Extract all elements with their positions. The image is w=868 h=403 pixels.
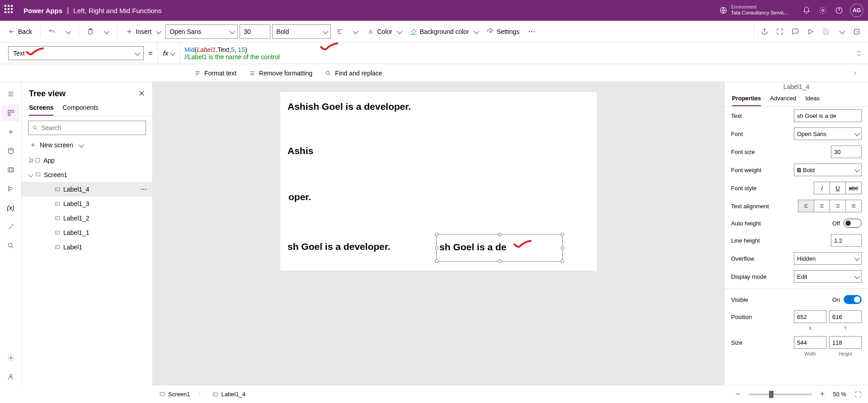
font-size-input[interactable]: 30 <box>240 24 270 39</box>
prop-position-x[interactable] <box>794 310 826 323</box>
tree-node-label[interactable]: Label1_4 ⋯ <box>22 182 152 197</box>
prop-text-input[interactable] <box>794 109 862 122</box>
canvas-label-3[interactable]: oper. <box>288 192 311 202</box>
align-dropdown[interactable] <box>348 25 362 38</box>
zoom-out-button[interactable]: − <box>736 389 741 399</box>
tree-node-label[interactable]: Label1_1 <box>22 225 152 240</box>
environment-picker[interactable]: Environment Tata Consultancy Servic… <box>731 5 789 16</box>
bgcolor-button[interactable]: Background color <box>406 26 481 37</box>
tree-view-icon[interactable] <box>2 105 20 121</box>
tab-properties[interactable]: Properties <box>732 95 761 106</box>
formula-input[interactable]: Mid(Label1.Text,5, 15) //Label1 is the n… <box>180 42 850 64</box>
data-rail-icon[interactable] <box>2 143 20 159</box>
prop-overflow-dropdown[interactable]: Hidden <box>794 252 862 265</box>
prop-fontweight-dropdown[interactable]: B Bold <box>794 164 862 176</box>
flows-rail-icon[interactable] <box>2 181 20 197</box>
property-selector[interactable]: Text <box>8 46 144 60</box>
italic-button[interactable]: I <box>814 182 830 194</box>
prop-visible-toggle[interactable] <box>844 295 862 304</box>
comments-button[interactable] <box>788 25 802 38</box>
format-text-button[interactable]: Format text <box>194 70 236 77</box>
tree-node-label[interactable]: Label1_2 <box>22 211 152 225</box>
paste-dropdown[interactable] <box>99 25 113 38</box>
prop-lineheight-label: Line height <box>731 237 760 244</box>
node-more-icon[interactable]: ⋯ <box>141 186 147 193</box>
publish-button[interactable] <box>850 25 863 38</box>
help-button[interactable] <box>831 2 847 19</box>
align-button[interactable] <box>333 25 346 38</box>
ask-rail-icon[interactable] <box>2 369 20 385</box>
canvas-selected-label[interactable]: sh Goel is a de <box>436 234 563 262</box>
app-launcher-icon[interactable] <box>5 5 15 16</box>
align-right-button[interactable] <box>830 200 846 212</box>
breadcrumb-screen[interactable]: Screen1 <box>159 391 190 398</box>
align-center-button[interactable] <box>814 200 830 212</box>
prop-fontsize-input[interactable] <box>831 145 862 158</box>
canvas-label-1[interactable]: Ashish Goel is a developer. <box>288 101 411 112</box>
canvas-area[interactable]: Ashish Goel is a developer. Ashis oper. … <box>153 82 724 385</box>
app-checker-button[interactable] <box>773 25 787 38</box>
share-button[interactable] <box>758 25 771 38</box>
insert-button[interactable]: Insert <box>122 26 164 37</box>
canvas-label-4[interactable]: sh Goel is a developer. <box>288 241 391 252</box>
settings-rail-icon[interactable] <box>2 350 20 366</box>
prop-lineheight-input[interactable] <box>831 234 862 247</box>
tree-node-label[interactable]: Label1_3 <box>22 197 152 211</box>
zoom-slider[interactable] <box>749 394 812 395</box>
hamburger-icon[interactable] <box>2 86 20 102</box>
zoom-in-button[interactable]: + <box>820 389 825 399</box>
insert-rail-icon[interactable] <box>2 124 20 140</box>
strikethrough-button[interactable]: abc <box>845 182 862 194</box>
color-button[interactable]: Color <box>363 26 404 37</box>
design-canvas[interactable]: Ashish Goel is a developer. Ashis oper. … <box>280 92 597 271</box>
paste-button[interactable] <box>84 25 97 38</box>
fx-button[interactable]: fx <box>157 42 180 64</box>
media-rail-icon[interactable] <box>2 162 20 178</box>
save-dropdown[interactable] <box>835 25 848 38</box>
find-replace-button[interactable]: Find and replace <box>325 70 382 77</box>
prop-autoheight-toggle[interactable] <box>844 219 862 228</box>
tab-screens[interactable]: Screens <box>29 104 53 116</box>
align-left-button[interactable] <box>798 200 814 212</box>
play-button[interactable] <box>804 25 817 38</box>
prop-displaymode-dropdown[interactable]: Edit <box>794 270 862 283</box>
prop-font-dropdown[interactable]: Open Sans <box>794 127 862 140</box>
fit-to-window-button[interactable] <box>854 391 862 398</box>
tools-rail-icon[interactable] <box>2 219 20 235</box>
notifications-button[interactable] <box>798 2 815 19</box>
breadcrumb-label[interactable]: Label1_4 <box>212 391 245 398</box>
font-dropdown[interactable]: Open Sans <box>165 24 238 39</box>
tab-components[interactable]: Components <box>62 104 98 116</box>
tree-node-screen[interactable]: Screen1 <box>22 168 152 182</box>
settings-toolbar-button[interactable]: Settings <box>483 26 524 37</box>
expand-panel-button[interactable] <box>852 70 863 76</box>
tab-ideas[interactable]: Ideas <box>805 95 820 106</box>
settings-button[interactable] <box>815 2 831 19</box>
new-screen-button[interactable]: New screen <box>22 140 152 153</box>
remove-formatting-button[interactable]: Remove formatting <box>249 70 312 77</box>
tab-advanced[interactable]: Advanced <box>770 95 796 106</box>
tree-search-input[interactable] <box>41 124 142 131</box>
tree-search[interactable] <box>28 121 146 135</box>
prop-size-h[interactable] <box>829 336 862 349</box>
user-avatar[interactable]: AG <box>850 4 863 17</box>
more-button[interactable]: ⋯ <box>525 25 538 38</box>
undo-button[interactable] <box>45 25 59 38</box>
back-button[interactable]: Back <box>5 26 36 37</box>
prop-position-y[interactable] <box>829 310 862 323</box>
align-justify-button[interactable] <box>845 200 862 212</box>
expand-formula-button[interactable] <box>850 42 868 64</box>
variables-rail-icon[interactable]: (x) <box>2 200 20 216</box>
close-tree-button[interactable]: ✕ <box>138 89 145 98</box>
tree-node-label[interactable]: Label1 <box>22 240 152 254</box>
undo-dropdown[interactable] <box>61 25 74 38</box>
label-icon <box>54 186 61 192</box>
underline-button[interactable]: U <box>830 182 846 194</box>
tree-node-app[interactable]: App <box>22 153 152 168</box>
prop-size-w[interactable] <box>794 336 826 349</box>
canvas-label-2[interactable]: Ashis <box>288 145 313 156</box>
save-button[interactable] <box>819 25 833 38</box>
font-weight-dropdown[interactable]: Bold <box>272 24 331 39</box>
search-rail-icon[interactable] <box>2 238 20 254</box>
annotation-check-icon <box>320 42 338 52</box>
